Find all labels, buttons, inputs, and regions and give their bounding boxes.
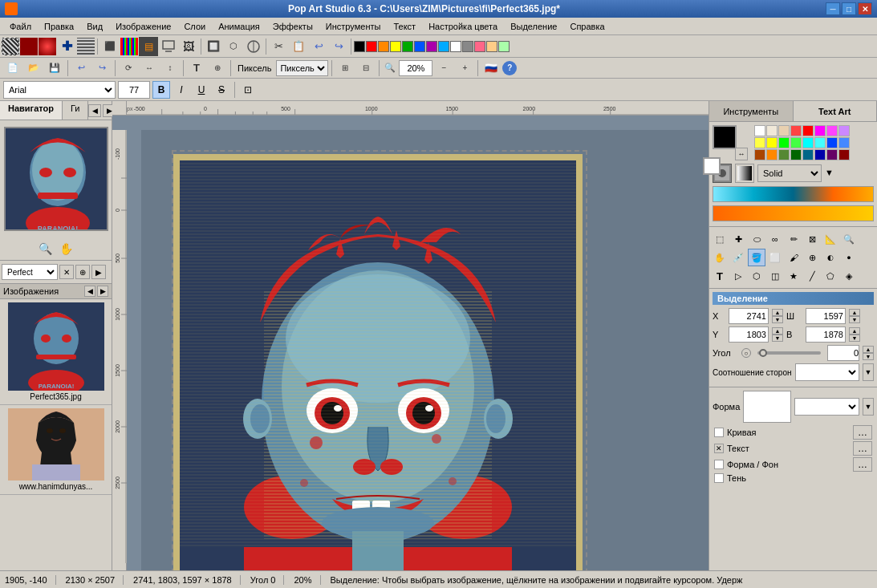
palette-pink[interactable] <box>826 125 838 136</box>
tool-select-oval[interactable]: ⬭ <box>748 230 765 248</box>
palette-cyan[interactable] <box>802 137 814 148</box>
angle-thumb[interactable] <box>759 349 767 357</box>
layer-dropdown[interactable]: Perfect <box>2 264 58 280</box>
tool-btn-3[interactable] <box>39 38 56 55</box>
menu-help[interactable]: Справка <box>563 20 611 33</box>
hand-icon[interactable]: ✋ <box>59 241 75 257</box>
menu-view[interactable]: Вид <box>80 20 109 33</box>
palette-dark-green[interactable] <box>790 149 802 160</box>
tool-btn-13[interactable] <box>244 37 263 56</box>
ratio-dropdown-btn[interactable]: ▼ <box>863 363 874 381</box>
tool-healing[interactable]: ⊕ <box>803 249 821 266</box>
palette-cream[interactable] <box>766 125 778 136</box>
palette-white[interactable] <box>754 125 765 136</box>
tool-new[interactable]: 📄 <box>3 59 22 78</box>
zoom-input[interactable]: 20% <box>399 60 432 76</box>
color-swatch[interactable] <box>474 41 485 52</box>
swap-colors-btn[interactable]: ↔ <box>735 148 748 160</box>
palette-bright-red[interactable] <box>802 125 814 136</box>
menu-color-settings[interactable]: Настройка цвета <box>422 20 504 33</box>
tool-crop[interactable]: ⊠ <box>803 230 821 248</box>
gradient-btn[interactable] <box>735 164 754 183</box>
flag-icon[interactable]: 🇷🇺 <box>481 59 501 78</box>
w-input[interactable] <box>806 308 846 324</box>
x-down[interactable]: ▼ <box>772 316 783 323</box>
tab-navigator[interactable]: Навигатор <box>0 101 63 120</box>
layer-copy-btn[interactable]: ⊕ <box>75 265 90 279</box>
tool-transform[interactable]: ◈ <box>840 267 858 285</box>
tool-btn-14[interactable]: ✂ <box>269 37 288 56</box>
tool-btn-11[interactable]: 🔲 <box>204 37 223 56</box>
tool-btn-9[interactable] <box>159 37 178 56</box>
fill-type-select[interactable]: Solid Gradient Pattern <box>757 164 822 182</box>
tool-vector[interactable]: ▷ <box>729 267 747 285</box>
background-color[interactable] <box>703 157 721 175</box>
tool-btn-4[interactable]: ✚ <box>57 37 76 56</box>
tool-select-lasso[interactable]: ∞ <box>766 230 784 248</box>
tool-btn-17[interactable]: ↪ <box>329 37 348 56</box>
layer-close-btn[interactable]: ✕ <box>59 265 74 279</box>
tool-text-tool[interactable]: T <box>711 267 729 285</box>
palette-light-blue[interactable] <box>838 137 850 148</box>
layer-more-btn[interactable]: ▶ <box>91 265 106 279</box>
font-size-input[interactable] <box>118 81 150 99</box>
palette-bright-yellow[interactable] <box>766 137 778 148</box>
color-swatch[interactable] <box>450 41 461 52</box>
zoom-in[interactable]: + <box>455 59 474 78</box>
y-up[interactable]: ▲ <box>772 327 783 335</box>
tab-tools[interactable]: Инструменты <box>709 101 794 121</box>
ratio-select[interactable]: 1:1 4:3 16:9 <box>795 363 860 381</box>
tool-undo[interactable]: ↩ <box>71 59 91 78</box>
grid-btn[interactable]: ⊞ <box>335 59 355 78</box>
menu-tools[interactable]: Инструменты <box>319 20 388 33</box>
color-arrow[interactable]: ▼ <box>825 168 836 179</box>
shape-select[interactable] <box>794 398 859 416</box>
images-next-btn[interactable]: ▶ <box>97 286 108 297</box>
canvas-scroll-area[interactable]: PARANOIA! <box>141 130 709 570</box>
tool-btn-16[interactable]: ↩ <box>309 37 328 56</box>
palette-lavender[interactable] <box>838 125 850 136</box>
tool-btn-5[interactable] <box>77 38 95 55</box>
menu-file[interactable]: Файл <box>3 20 38 33</box>
menu-image[interactable]: Изображение <box>109 20 177 33</box>
color-swatch[interactable] <box>498 41 510 52</box>
zoom-out[interactable]: − <box>434 59 453 78</box>
color-swatch[interactable] <box>414 41 425 52</box>
nav-left-btn[interactable]: ◀ <box>88 104 101 117</box>
h-up[interactable]: ▲ <box>849 327 860 335</box>
h-down[interactable]: ▼ <box>849 335 860 342</box>
angle-up[interactable]: ▲ <box>863 346 874 353</box>
minimize-button[interactable]: ─ <box>826 2 840 15</box>
tool-eyedropper[interactable]: 💉 <box>729 249 747 266</box>
underline-button[interactable]: U <box>193 81 210 99</box>
y-input[interactable] <box>729 326 769 343</box>
tool-eraser[interactable]: ⬜ <box>766 249 784 266</box>
maximize-button[interactable]: □ <box>842 2 856 15</box>
tool-pen[interactable]: ✏ <box>785 230 802 248</box>
menu-text[interactable]: Текст <box>387 20 422 33</box>
tool-open[interactable]: 📂 <box>24 59 43 78</box>
grid-btn2[interactable]: ⊟ <box>356 59 376 78</box>
tool-paint-bucket[interactable]: 🪣 <box>748 249 765 266</box>
tool-burn[interactable]: ● <box>840 249 858 266</box>
h-input[interactable] <box>806 326 846 343</box>
help-btn[interactable]: ? <box>502 61 517 75</box>
close-button[interactable]: ✕ <box>858 2 872 15</box>
tab-guides[interactable]: Ги <box>63 101 88 120</box>
tab-text-art[interactable]: Text Art <box>794 101 878 121</box>
palette-light-cyan[interactable] <box>814 137 826 148</box>
tool-btn-2[interactable] <box>20 38 38 55</box>
gradient-strip[interactable] <box>713 186 874 202</box>
tool-shape[interactable]: ⬡ <box>748 267 765 285</box>
tool-btn-10[interactable]: 🖼 <box>179 37 198 56</box>
tool-btn-1[interactable] <box>2 38 19 55</box>
tool-text[interactable]: T <box>187 59 206 78</box>
menu-edit[interactable]: Правка <box>38 20 80 33</box>
tool-btn-12[interactable]: ⬡ <box>224 37 243 56</box>
strikethrough-button[interactable]: S <box>213 81 230 99</box>
menu-selection[interactable]: Выделение <box>504 20 563 33</box>
y-down[interactable]: ▼ <box>772 335 783 342</box>
w-down[interactable]: ▼ <box>849 316 860 323</box>
tool-btn-8[interactable]: ▤ <box>139 37 158 56</box>
tool-polygon[interactable]: ⬠ <box>822 267 839 285</box>
